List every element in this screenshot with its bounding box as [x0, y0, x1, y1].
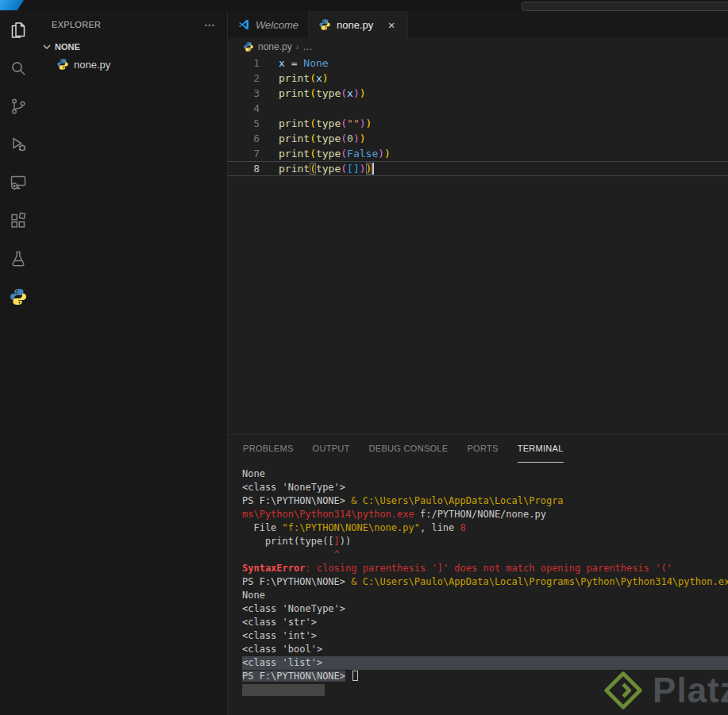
terminal-line: <class 'NoneType'>: [242, 602, 728, 616]
terminal-line: ^: [242, 548, 728, 562]
terminal-line: <class 'NoneType'>: [242, 481, 728, 494]
breadcrumb[interactable]: none.py › …: [228, 38, 728, 56]
activity-extensions[interactable]: [0, 202, 36, 240]
terminal-line: print(type([])): [242, 535, 728, 548]
beaker-icon: [9, 249, 28, 268]
title-bar: [0, 0, 728, 11]
line-number: 1: [228, 56, 260, 71]
code-line-text: print(type(0)): [260, 131, 366, 146]
debug-icon: [9, 135, 28, 154]
code-editor[interactable]: 1x = None2print(x)3print(type(x))45print…: [228, 56, 728, 434]
terminal-line: <class 'bool'>: [242, 643, 728, 656]
file-label: none.py: [74, 59, 110, 71]
terminal[interactable]: None<class 'NoneType'>PS F:\PYTHON\NONE>…: [228, 463, 728, 715]
code-line-text: x = None: [260, 56, 329, 71]
tab-nonepy[interactable]: none.py ×: [309, 11, 408, 38]
code-line-text: print(x): [260, 71, 329, 86]
workbench: EXPLORER ⋯ NONE none.py Welcome none.py …: [0, 11, 728, 715]
terminal-cursor: [352, 671, 358, 681]
terminal-line: PS F:\PYTHON\NONE> & C:\Users\Paulo\AppD…: [242, 494, 728, 508]
tab-label: Welcome: [256, 19, 299, 31]
terminal-output: None<class 'NoneType'>PS F:\PYTHON\NONE>…: [242, 467, 728, 683]
code-line-8[interactable]: 8print(type([])): [228, 161, 728, 176]
more-actions-button[interactable]: ⋯: [204, 18, 216, 31]
terminal-line: File "f:\PYTHON\NONE\none.py", line 8: [242, 521, 728, 535]
code-line-6[interactable]: 6print(type(0)): [228, 131, 728, 146]
command-center-search[interactable]: [522, 2, 728, 11]
code-line-4[interactable]: 4: [228, 101, 728, 116]
line-number: 5: [228, 116, 260, 131]
line-number: 7: [228, 146, 260, 161]
remote-icon: [9, 173, 28, 192]
code-line-text: print(type("")): [260, 116, 372, 131]
breadcrumb-more[interactable]: …: [302, 41, 312, 52]
code-line-text: print(type(x)): [260, 86, 366, 101]
editor-cursor: [372, 163, 374, 175]
editor-group: Welcome none.py × none.py › … 1x = None2…: [228, 11, 728, 715]
line-number: 6: [228, 131, 260, 146]
terminal-line: <class 'int'>: [242, 629, 728, 643]
code-line-3[interactable]: 3print(type(x)): [228, 86, 728, 101]
extensions-icon: [9, 211, 28, 230]
terminal-line: None: [242, 467, 728, 481]
vscode-logo: [0, 0, 24, 10]
activity-python[interactable]: [0, 278, 36, 316]
tab-label: none.py: [337, 19, 373, 31]
breadcrumb-separator-icon: ›: [296, 42, 299, 52]
files-icon: [9, 21, 28, 40]
code-line-5[interactable]: 5print(type("")): [228, 116, 728, 131]
python-icon: [9, 287, 28, 306]
source-control-icon: [9, 97, 28, 116]
terminal-line: None: [242, 589, 728, 602]
activity-remote-explorer[interactable]: [0, 163, 36, 202]
activity-testing[interactable]: [0, 240, 36, 278]
terminal-line: SyntaxError: closing parenthesis ']' doe…: [242, 562, 728, 575]
panel-tab-bar: PROBLEMSOUTPUTDEBUG CONSOLEPORTSTERMINAL: [228, 435, 728, 463]
folder-label: NONE: [55, 42, 80, 52]
chevron-down-icon: [40, 40, 53, 53]
panel-tab-terminal[interactable]: TERMINAL: [518, 435, 564, 463]
python-icon: [318, 18, 331, 31]
activity-search[interactable]: [0, 49, 36, 87]
code-line-text: print(type(False)): [260, 146, 391, 161]
code-line-7[interactable]: 7print(type(False)): [228, 146, 728, 161]
line-number: 8: [228, 161, 260, 176]
vscode-icon: [237, 18, 250, 31]
activity-source-control[interactable]: [0, 87, 36, 125]
panel-tab-debug-console[interactable]: DEBUG CONSOLE: [369, 435, 449, 463]
python-icon: [56, 58, 69, 71]
code-line-2[interactable]: 2print(x): [228, 71, 728, 86]
sidebar-title: EXPLORER: [52, 20, 101, 29]
terminal-line: <class 'list'>: [242, 656, 728, 670]
panel-tab-ports[interactable]: PORTS: [467, 435, 498, 463]
file-row-nonepy[interactable]: none.py: [36, 56, 227, 73]
code-line-text: print(type([])): [260, 161, 374, 176]
line-number: 3: [228, 86, 260, 101]
line-number: 2: [228, 71, 260, 86]
code-line-text: [260, 101, 279, 116]
breadcrumb-file[interactable]: none.py: [258, 41, 292, 52]
bottom-panel: PROBLEMSOUTPUTDEBUG CONSOLEPORTSTERMINAL…: [228, 434, 728, 715]
line-number: 4: [228, 101, 260, 116]
close-tab-button[interactable]: ×: [385, 19, 398, 31]
terminal-line: ms\Python\Python314\python.exe f:/PYTHON…: [242, 508, 728, 521]
search-icon: [9, 59, 28, 78]
panel-tab-output[interactable]: OUTPUT: [313, 435, 350, 463]
terminal-line: <class 'str'>: [242, 616, 728, 629]
tab-welcome[interactable]: Welcome: [228, 11, 309, 38]
tab-bar: Welcome none.py ×: [228, 11, 728, 38]
terminal-line: PS F:\PYTHON\NONE>: [242, 670, 728, 683]
python-icon: [243, 41, 254, 52]
activity-run-debug[interactable]: [0, 125, 36, 163]
panel-tab-problems[interactable]: PROBLEMS: [243, 435, 294, 463]
terminal-hscrollbar-thumb[interactable]: [242, 684, 325, 696]
terminal-line: PS F:\PYTHON\NONE> & C:\Users\Paulo\AppD…: [242, 575, 728, 589]
sidebar-header: EXPLORER ⋯: [36, 11, 227, 38]
activity-explorer[interactable]: [0, 11, 36, 49]
explorer-sidebar: EXPLORER ⋯ NONE none.py: [36, 11, 228, 715]
activity-bar: [0, 11, 36, 715]
folder-row-none[interactable]: NONE: [36, 38, 227, 56]
code-line-1[interactable]: 1x = None: [228, 56, 728, 71]
